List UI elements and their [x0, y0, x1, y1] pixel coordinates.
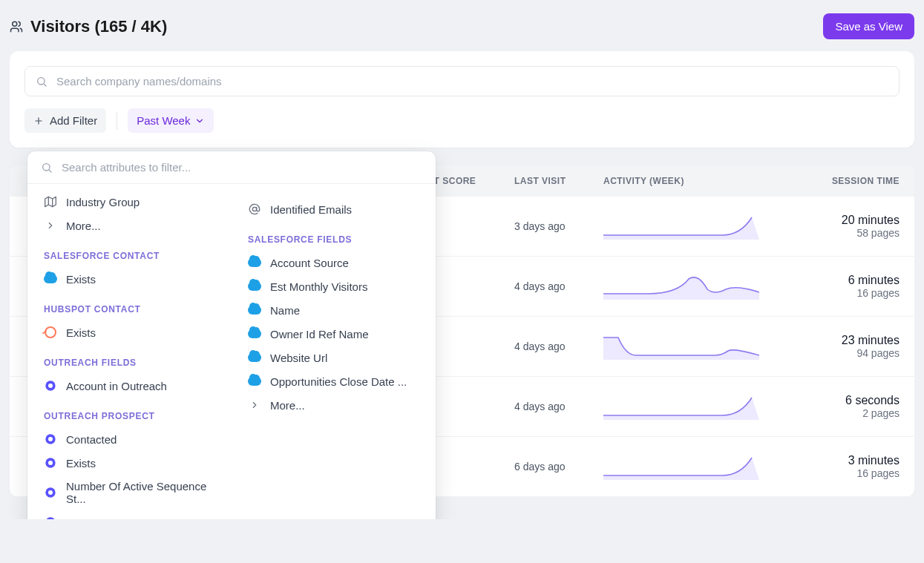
chevron-icon	[44, 219, 57, 232]
svg-line-2	[44, 84, 46, 86]
filter-search-input[interactable]	[60, 160, 422, 174]
chevron-icon	[248, 398, 261, 412]
session-pages-value: 58 pages	[796, 227, 900, 239]
dropdown-item[interactable]: Exists	[36, 267, 223, 291]
dropdown-item-label: Exists	[66, 457, 96, 470]
session-pages-value: 16 pages	[796, 467, 900, 479]
activity-sparkline	[603, 393, 796, 420]
svg-point-1	[38, 77, 45, 84]
sf-icon	[248, 351, 261, 364]
dropdown-item[interactable]: Opportunities Close Date ...	[240, 369, 427, 393]
period-filter-button[interactable]: Past Week	[128, 108, 214, 133]
dropdown-item[interactable]: Est Monthly Visitors	[240, 274, 427, 298]
dropdown-item-label: Exists	[66, 273, 96, 286]
dropdown-item-label: More...	[66, 220, 101, 232]
out-icon	[44, 379, 57, 392]
out-icon	[44, 486, 57, 499]
session-time-value: 6 seconds	[796, 394, 900, 407]
sf-icon	[248, 280, 261, 293]
dropdown-item-label: Opportunities Close Date ...	[270, 375, 407, 388]
dropdown-item[interactable]: Identified Emails	[240, 197, 427, 221]
svg-point-17	[48, 490, 53, 495]
session-time-value: 23 minutes	[796, 334, 900, 347]
svg-point-11	[48, 383, 53, 388]
filter-attributes-dropdown: Industry GroupMore...SALESFORCE CONTACTE…	[27, 151, 436, 519]
session-pages-value: 2 pages	[796, 407, 900, 419]
col-fitscore-header: FIT SCORE	[425, 176, 514, 186]
sf-icon	[44, 272, 57, 286]
col-lastvisit-header: LAST VISIT	[514, 176, 603, 186]
svg-marker-7	[45, 197, 56, 206]
session-time-value: 20 minutes	[796, 214, 900, 227]
col-session-header: SESSION TIME	[796, 176, 900, 186]
col-activity-header: ACTIVITY (WEEK)	[603, 176, 796, 186]
out-icon	[44, 516, 57, 519]
dropdown-item[interactable]: Exists	[36, 451, 223, 475]
dropdown-item-label: Industry Group	[66, 196, 140, 208]
dropdown-item-label: Owner	[66, 516, 99, 520]
sf-icon	[248, 303, 261, 317]
svg-point-0	[13, 22, 17, 26]
dropdown-item[interactable]: Contacted	[36, 427, 223, 451]
dropdown-item[interactable]: Industry Group	[36, 190, 223, 214]
session-pages-value: 94 pages	[796, 347, 900, 359]
activity-sparkline	[603, 453, 796, 480]
session-time-value: 3 minutes	[796, 454, 900, 467]
dropdown-item[interactable]: Exists	[36, 320, 223, 344]
dropdown-item-label: More...	[270, 399, 305, 412]
sf-icon	[248, 256, 261, 269]
dropdown-item-label: Exists	[66, 326, 96, 339]
dropdown-section-title: SALESFORCE CONTACT	[36, 237, 223, 267]
dropdown-item-label: Account in Outreach	[66, 380, 167, 392]
dropdown-item[interactable]: Website Url	[240, 346, 427, 369]
dropdown-item-label: Est Monthly Visitors	[270, 280, 367, 293]
add-filter-label: Add Filter	[50, 114, 97, 127]
activity-sparkline	[603, 333, 796, 360]
dropdown-item[interactable]: Account Source	[240, 251, 427, 274]
dropdown-item-label: Name	[270, 304, 300, 317]
last-visit-value: 3 days ago	[514, 220, 566, 232]
dropdown-section-title: OUTREACH PROSPECT	[36, 398, 223, 427]
dropdown-item-label: Contacted	[66, 433, 117, 446]
chevron-down-icon	[194, 116, 205, 126]
dropdown-item[interactable]: Number Of Active Sequence St...	[36, 475, 223, 510]
filter-divider	[117, 112, 117, 130]
page-title: Visitors (165 / 4K)	[30, 17, 167, 36]
sf-icon	[248, 375, 261, 388]
dropdown-item[interactable]: More...	[36, 214, 223, 237]
out-icon	[44, 432, 57, 446]
map-icon	[44, 195, 57, 208]
hs-icon	[44, 326, 57, 339]
sf-icon	[248, 327, 261, 340]
dropdown-section-title: HUBSPOT CONTACT	[36, 291, 223, 320]
dropdown-section-title: OUTREACH FIELDS	[36, 344, 223, 374]
dropdown-item[interactable]: Account in Outreach	[36, 374, 223, 398]
company-search-input[interactable]	[55, 74, 888, 88]
last-visit-value: 6 days ago	[514, 461, 566, 473]
dropdown-item[interactable]: Name	[240, 298, 427, 322]
add-filter-button[interactable]: Add Filter	[24, 108, 106, 133]
plus-icon	[33, 116, 44, 126]
svg-point-20	[252, 207, 256, 211]
last-visit-value: 4 days ago	[514, 340, 566, 352]
svg-line-6	[49, 170, 51, 172]
dropdown-item-label: Number Of Active Sequence St...	[66, 480, 215, 505]
at-icon	[248, 203, 261, 216]
dropdown-item[interactable]: Owner	[36, 510, 223, 519]
activity-sparkline	[603, 273, 796, 300]
dropdown-item-label: Owner Id Ref Name	[270, 328, 369, 340]
svg-point-18	[45, 517, 55, 519]
session-time-value: 6 minutes	[796, 274, 900, 287]
dropdown-item[interactable]: More...	[240, 393, 427, 417]
search-icon	[41, 162, 53, 174]
dropdown-item-label: Identified Emails	[270, 203, 352, 216]
dropdown-item-label: Website Url	[270, 352, 327, 364]
last-visit-value: 4 days ago	[514, 280, 566, 292]
save-as-view-button[interactable]: Save as View	[823, 13, 914, 39]
svg-point-13	[48, 437, 53, 441]
dropdown-section-title: SALESFORCE FIELDS	[240, 221, 427, 251]
company-search[interactable]	[24, 66, 900, 96]
last-visit-value: 4 days ago	[514, 401, 566, 412]
dropdown-item[interactable]: Owner Id Ref Name	[240, 322, 427, 346]
svg-point-5	[43, 163, 50, 170]
